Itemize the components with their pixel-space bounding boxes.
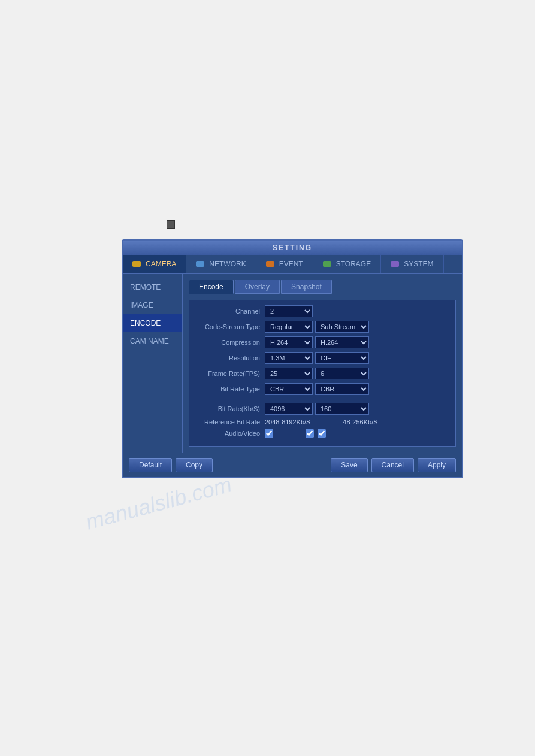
network-tab-icon	[196, 261, 204, 267]
channel-control: 2 1 3 4	[265, 305, 313, 317]
compression-select[interactable]: H.264 H.265	[265, 336, 313, 348]
ref-bit-rate-control: 2048-8192Kb/S 48-256Kb/S	[265, 418, 378, 426]
form-divider	[194, 399, 451, 399]
dialog-content: REMOTE IMAGE ENCODE CAM NAME Encode	[123, 274, 462, 453]
frame-rate-label: Frame Rate(FPS)	[194, 370, 260, 377]
tab-system[interactable]: SYSTEM	[381, 255, 443, 273]
tab-storage[interactable]: STORAGE	[313, 255, 381, 273]
inner-tabs: Encode Overlay Snapshot	[189, 280, 456, 294]
bit-rate-control: 4096 2048 1024 512 160 128 64 32	[265, 403, 369, 415]
inner-tab-encode[interactable]: Encode	[189, 280, 234, 294]
sidebar-item-remote[interactable]: REMOTE	[123, 278, 182, 296]
inner-tab-overlay[interactable]: Overlay	[235, 280, 280, 294]
tab-event-label: EVENT	[279, 260, 303, 268]
bit-rate-type-label: Bit Rate Type	[194, 385, 260, 393]
code-stream-select[interactable]: Regular Extra1 Extra2	[265, 321, 313, 333]
bit-rate-sub-select[interactable]: 160 128 64 32	[315, 403, 369, 415]
sidebar: REMOTE IMAGE ENCODE CAM NAME	[123, 274, 183, 453]
dialog-titlebar: SETTING	[123, 241, 462, 255]
code-stream-row: Code-Stream Type Regular Extra1 Extra2 S…	[194, 321, 451, 333]
sidebar-item-encode[interactable]: ENCODE	[123, 314, 182, 332]
tab-system-label: SYSTEM	[404, 260, 433, 268]
apply-button[interactable]: Apply	[418, 458, 456, 472]
cancel-button[interactable]: Cancel	[371, 458, 414, 472]
nav-tabs: CAMERA NETWORK EVENT STORAGE SYSTEM	[123, 255, 462, 274]
main-panel: Encode Overlay Snapshot Channel	[183, 274, 462, 453]
default-button[interactable]: Default	[129, 458, 172, 472]
resolution-row: Resolution 1.3M 1080P 720P D1 CIF QCIF	[194, 352, 451, 364]
bit-rate-select[interactable]: 4096 2048 1024 512	[265, 403, 313, 415]
sidebar-remote-label: REMOTE	[130, 283, 161, 292]
tab-event[interactable]: EVENT	[256, 255, 313, 273]
code-stream-label: Code-Stream Type	[194, 323, 260, 330]
frame-rate-sub-select[interactable]: 6 25 15 10 5 1	[315, 368, 369, 379]
frame-rate-select[interactable]: 25 20 15 10 5 1	[265, 368, 313, 379]
dialog-footer: Default Copy Save Cancel Apply	[123, 453, 462, 477]
audio-video-checkbox3[interactable]	[318, 429, 326, 438]
channel-row: Channel 2 1 3 4	[194, 305, 451, 317]
ref-bit-rate-row: Reference Bit Rate 2048-8192Kb/S 48-256K…	[194, 418, 451, 426]
storage-tab-icon	[323, 261, 331, 267]
resolution-label: Resolution	[194, 354, 260, 362]
watermark: manualslib.com	[83, 472, 234, 535]
resolution-select[interactable]: 1.3M 1080P 720P D1	[265, 352, 313, 364]
audio-video-control	[265, 429, 326, 438]
resolution-control: 1.3M 1080P 720P D1 CIF QCIF D1	[265, 352, 369, 364]
footer-right: Save Cancel Apply	[331, 458, 456, 472]
tab-storage-label: STORAGE	[336, 260, 371, 268]
bit-rate-label: Bit Rate(Kb/S)	[194, 405, 260, 412]
compression-sub-select[interactable]: H.264 H.265	[315, 336, 369, 348]
frame-rate-control: 25 20 15 10 5 1 6 25 15 10	[265, 368, 369, 379]
inner-tab-snapshot-label: Snapshot	[291, 283, 322, 291]
channel-select[interactable]: 2 1 3 4	[265, 305, 313, 317]
footer-left: Default Copy	[129, 458, 213, 472]
setting-dialog: SETTING CAMERA NETWORK EVENT STORAGE	[122, 239, 463, 478]
ref-bit-rate-sub-value: 48-256Kb/S	[343, 418, 377, 426]
audio-video-checkbox2[interactable]	[306, 429, 314, 438]
bit-rate-type-sub-select[interactable]: CBR VBR	[315, 383, 369, 395]
tab-network[interactable]: NETWORK	[186, 255, 256, 273]
tab-network-label: NETWORK	[209, 260, 246, 268]
event-tab-icon	[266, 261, 274, 267]
bit-rate-type-select[interactable]: CBR VBR	[265, 383, 313, 395]
dialog-title: SETTING	[273, 244, 312, 252]
audio-video-label: Audio/Video	[194, 430, 260, 437]
sidebar-image-label: IMAGE	[130, 301, 153, 309]
bit-rate-type-control: CBR VBR CBR VBR	[265, 383, 369, 395]
system-tab-icon	[391, 261, 399, 267]
compression-control: H.264 H.265 H.264 H.265	[265, 336, 369, 348]
ref-bit-rate-value: 2048-8192Kb/S	[265, 418, 310, 426]
tab-camera[interactable]: CAMERA	[123, 255, 186, 273]
channel-label: Channel	[194, 308, 260, 315]
ref-bit-rate-label: Reference Bit Rate	[194, 418, 260, 426]
inner-tab-encode-label: Encode	[199, 283, 223, 291]
resolution-sub-select[interactable]: CIF QCIF D1	[315, 352, 369, 364]
compression-label: Compression	[194, 339, 260, 346]
sidebar-item-camname[interactable]: CAM NAME	[123, 332, 182, 350]
inner-tab-snapshot[interactable]: Snapshot	[281, 280, 332, 294]
audio-video-row: Audio/Video	[194, 429, 451, 438]
inner-tab-overlay-label: Overlay	[245, 283, 270, 291]
audio-video-checkbox1[interactable]	[265, 429, 273, 438]
sidebar-encode-label: ENCODE	[130, 319, 161, 327]
compression-row: Compression H.264 H.265 H.264 H.265	[194, 336, 451, 348]
tab-camera-label: CAMERA	[146, 260, 176, 268]
camera-tab-icon	[132, 261, 141, 267]
sidebar-camname-label: CAM NAME	[130, 337, 169, 345]
code-stream-control: Regular Extra1 Extra2 Sub Stream1 Sub St…	[265, 321, 369, 333]
bit-rate-row: Bit Rate(Kb/S) 4096 2048 1024 512 160 12…	[194, 403, 451, 415]
camera-icon-top	[167, 220, 175, 229]
save-button[interactable]: Save	[331, 458, 367, 472]
sidebar-item-image[interactable]: IMAGE	[123, 296, 182, 314]
copy-button[interactable]: Copy	[176, 458, 213, 472]
frame-rate-row: Frame Rate(FPS) 25 20 15 10 5 1	[194, 368, 451, 379]
page-background: manualslib.com SETTING CAMERA NETWORK EV…	[0, 0, 535, 756]
form-area: Channel 2 1 3 4 Code-Stream Type	[189, 300, 456, 447]
bit-rate-type-row: Bit Rate Type CBR VBR CBR VBR	[194, 383, 451, 395]
sub-stream-select[interactable]: Sub Stream1 Sub Stream2	[315, 321, 369, 333]
